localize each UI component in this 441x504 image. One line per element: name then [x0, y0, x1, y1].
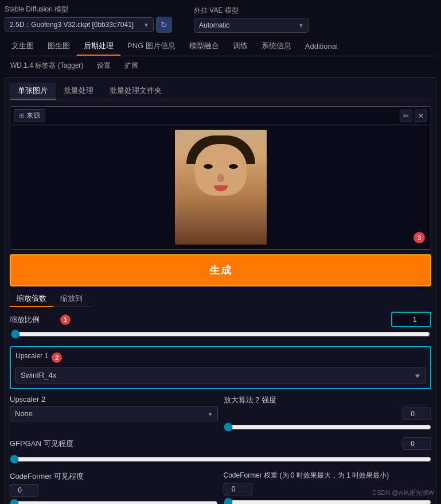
tab-png-info[interactable]: PNG 图片信息 — [120, 37, 182, 56]
eye-right — [229, 164, 238, 169]
sub-tab-batch[interactable]: 批量处理 — [56, 83, 102, 100]
sec-tab-extensions[interactable]: 扩展 — [119, 59, 144, 73]
upscaler2-label: Upscaler 2 — [10, 395, 218, 404]
sd-model-section: Stable Diffusion 模型 2.5D：Guofeng3 V32.ck… — [5, 5, 172, 33]
upscaler1-select-wrap: NoneLanczosNearestESRGAN_4xLDSRR-ESRGAN … — [15, 367, 426, 383]
tab-extras[interactable]: 后期处理 — [77, 37, 120, 56]
face-area — [192, 135, 249, 204]
upscaler2-col: Upscaler 2 NoneLanczosNearestESRGAN_4xSw… — [10, 395, 218, 421]
tab-img2img[interactable]: 图生图 — [41, 37, 77, 56]
uploaded-image — [175, 130, 267, 245]
face — [195, 144, 247, 196]
upscaler2-row: Upscaler 2 NoneLanczosNearestESRGAN_4xSw… — [10, 395, 431, 432]
scale-ratio-row: 缩放比例 1 — [10, 312, 431, 327]
codeformer-weight-col: CodeFormer 权重 (为 0 时效果最大，为 1 时效果最小) — [224, 471, 432, 504]
scale-ratio-input[interactable] — [391, 312, 431, 327]
upscaler1-header: Upscaler 1 2 — [15, 352, 426, 363]
codeformer-visibility-row — [10, 484, 218, 497]
sub-tab-single[interactable]: 单张图片 — [10, 83, 56, 100]
image-upload-area[interactable]: ⊞ 来源 ✏ ✕ — [10, 106, 431, 250]
tab-train[interactable]: 训练 — [226, 37, 255, 56]
tab-settings[interactable]: 系统信息 — [255, 37, 298, 56]
scale-tab-to[interactable]: 缩放到 — [53, 291, 89, 307]
sd-model-select-container: 2.5D：Guofeng3 V32.ckpt [0bb33c7041] — [5, 17, 154, 32]
codeformer-visibility-label: CodeFormer 可见程度 — [10, 471, 218, 482]
scale-ratio-label: 缩放比例 — [10, 315, 56, 325]
source-icon: ⊞ — [19, 112, 24, 119]
scale-ratio-slider-wrap — [10, 329, 431, 340]
gfpgan-input[interactable] — [403, 437, 431, 450]
eye-left — [204, 164, 213, 169]
vae-model-select[interactable]: Automatic — [194, 18, 309, 33]
codeformer-weight-slider[interactable] — [224, 498, 432, 504]
badge-3: 3 — [413, 232, 425, 243]
codeformer-visibility-slider[interactable] — [10, 499, 218, 504]
app-container: Stable Diffusion 模型 2.5D：Guofeng3 V32.ck… — [0, 0, 441, 504]
sd-model-label: Stable Diffusion 模型 — [5, 5, 172, 14]
upscaler2-strength-input[interactable] — [403, 408, 431, 420]
close-image-button[interactable]: ✕ — [415, 110, 427, 122]
upscaler2-strength-row — [224, 408, 432, 420]
codeformer-visibility-col: CodeFormer 可见程度 — [10, 471, 218, 504]
sub-tabs: 单张图片 批量处理 批量处理文件夹 — [10, 83, 431, 100]
secondary-nav: WD 1.4 标签器 (Tagger) 设置 扩展 — [5, 59, 436, 73]
scale-tabs: 缩放倍数 缩放到 — [10, 291, 431, 307]
upscaler1-label: Upscaler 1 — [15, 352, 48, 360]
gfpgan-label: GFPGAN 可见程度 — [10, 439, 73, 449]
sd-model-select[interactable]: 2.5D：Guofeng3 V32.ckpt [0bb33c7041] — [5, 17, 154, 32]
codeformer-visibility-input[interactable] — [10, 484, 38, 497]
codeformer-section: CodeFormer 可见程度 CodeFormer 权重 (为 0 时效果最大… — [10, 471, 431, 504]
tab-txt2img[interactable]: 文生图 — [5, 37, 41, 56]
vae-model-select-container: Automatic — [194, 18, 309, 33]
watermark: CSDN @w风雨先驱W — [372, 489, 434, 497]
scale-ratio-slider[interactable] — [11, 329, 430, 339]
image-header-icons: ✏ ✕ — [400, 110, 427, 122]
nose — [217, 174, 224, 182]
upscaler2-strength-slider[interactable] — [224, 422, 432, 432]
generate-button[interactable]: 生成 — [10, 254, 431, 286]
main-nav: 文生图 图生图 后期处理 PNG 图片信息 模型融合 训练 系统信息 Addit… — [5, 37, 436, 56]
sd-model-select-wrap: 2.5D：Guofeng3 V32.ckpt [0bb33c7041] ↻ — [5, 17, 172, 33]
upscaler2-select[interactable]: NoneLanczosNearestESRGAN_4xSwinIR_4x — [10, 406, 218, 421]
vae-model-label: 外挂 VAE 模型 — [194, 6, 309, 15]
refresh-button[interactable]: ↻ — [156, 17, 172, 33]
upscaler2-select-wrap: NoneLanczosNearestESRGAN_4xSwinIR_4x — [10, 406, 218, 421]
tab-merge[interactable]: 模型融合 — [182, 37, 226, 56]
model-row: Stable Diffusion 模型 2.5D：Guofeng3 V32.ck… — [5, 5, 436, 33]
codeformer-weight-label: CodeFormer 权重 (为 0 时效果最大，为 1 时效果最小) — [224, 471, 432, 480]
source-label: ⊞ 来源 — [14, 109, 45, 122]
mouth — [214, 185, 228, 191]
sec-tab-wd-tagger[interactable]: WD 1.4 标签器 (Tagger) — [5, 59, 89, 73]
sec-tab-settings[interactable]: 设置 — [91, 59, 116, 73]
gfpgan-slider[interactable] — [10, 455, 431, 464]
vae-model-section: 外挂 VAE 模型 Automatic — [194, 6, 309, 33]
gfpgan-slider-wrap — [10, 455, 431, 466]
tab-additional[interactable]: Additional — [298, 38, 345, 55]
edit-image-button[interactable]: ✏ — [400, 110, 412, 122]
codeformer-weight-input[interactable] — [224, 483, 252, 495]
scale-ratio-badge: 1 — [60, 315, 71, 325]
upscaler2-strength-label: 放大算法 2 强度 — [224, 395, 432, 405]
upscaler2-strength-col: 放大算法 2 强度 — [224, 395, 432, 432]
sub-tab-batch-dir[interactable]: 批量处理文件夹 — [102, 83, 170, 100]
content-area: 单张图片 批量处理 批量处理文件夹 ⊞ 来源 ✏ ✕ — [5, 77, 436, 504]
image-upload-header: ⊞ 来源 ✏ ✕ — [10, 107, 431, 125]
gfpgan-row: GFPGAN 可见程度 — [10, 437, 431, 450]
scale-tab-by[interactable]: 缩放倍数 — [10, 291, 53, 307]
upscaler1-badge: 2 — [52, 352, 62, 363]
upscaler1-section: Upscaler 1 2 NoneLanczosNearestESRGAN_4x… — [10, 346, 431, 389]
upscaler1-select[interactable]: NoneLanczosNearestESRGAN_4xLDSRR-ESRGAN … — [15, 367, 426, 383]
image-content: 3 — [10, 125, 431, 249]
